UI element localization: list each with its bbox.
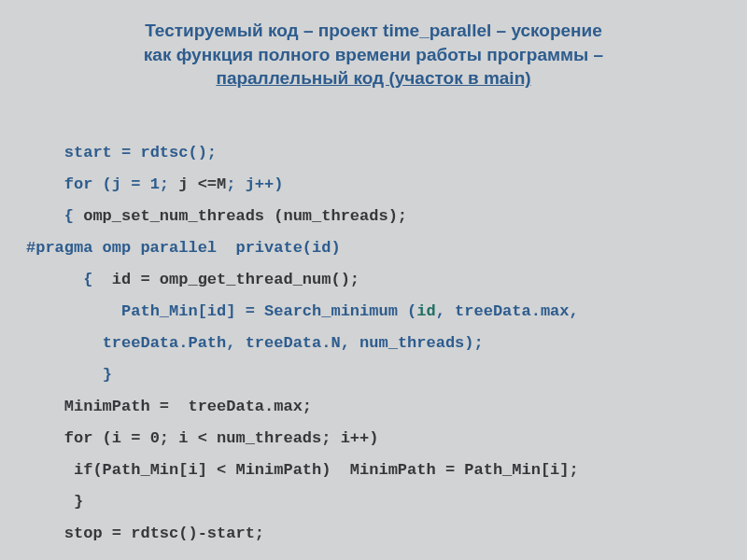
code-line-9: MinimPath = treeData.max;	[26, 398, 312, 415]
code-line-6: Path_Min[id] = Search_minimum (id, treeD…	[26, 302, 579, 320]
code-line-2: for (j = 1; j <=M; j++)	[26, 175, 283, 193]
title-line-3: параллельный код (участок в main)	[216, 68, 530, 88]
code-line-11: if(Path_Min[i] < MinimPath) MinimPath = …	[26, 461, 579, 479]
code-line-12: }	[26, 493, 83, 511]
title-line-1: Тестируемый код – проект time_parallel –…	[145, 21, 602, 40]
code-block: start = rdtsc(); for (j = 1; j <=M; j++)…	[26, 105, 721, 550]
slide-title: Тестируемый код – проект time_parallel –…	[26, 19, 721, 91]
code-line-13: stop = rdtsc()-start;	[26, 525, 264, 542]
code-line-1: start = rdtsc();	[26, 144, 217, 161]
code-line-4: #pragma omp parallel private(id)	[26, 239, 341, 257]
code-line-3: { omp_set_num_threads (num_threads);	[26, 207, 407, 225]
code-line-8: }	[26, 366, 112, 384]
title-line-2: как функция полного времени работы прогр…	[144, 45, 603, 64]
code-line-10: for (i = 0; i < num_threads; i++)	[26, 429, 378, 447]
code-line-5: { id = omp_get_thread_num();	[26, 271, 359, 288]
slide: Тестируемый код – проект time_parallel –…	[0, 0, 747, 560]
code-line-7: treeData.Path, treeData.N, num_threads);	[26, 334, 484, 352]
